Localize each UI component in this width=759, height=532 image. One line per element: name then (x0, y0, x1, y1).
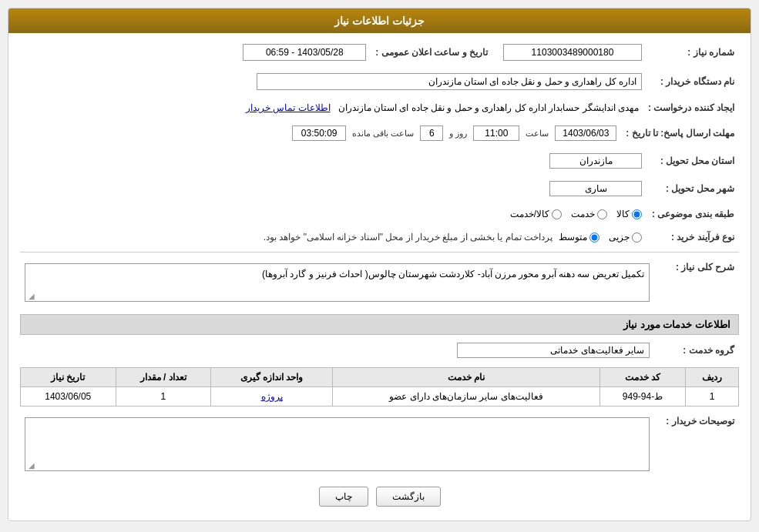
mohlat-label: مهلت ارسال پاسخ: تا تاریخ : (621, 122, 739, 144)
col-naam: نام خدمت (333, 368, 600, 387)
tosifat-resize[interactable]: ◢ (27, 461, 35, 469)
row-shomareNiaz: شماره نیاز : 1103003489000180 تاریخ و سا… (20, 41, 739, 64)
cell-naam: فعالیت‌های سایر سازمان‌های دارای عضو (333, 387, 600, 407)
col-tedad: تعداد / مقدار (116, 368, 210, 387)
shahr-value: ساری (20, 178, 646, 199)
page-header: جزئیات اطلاعات نیاز (8, 8, 751, 33)
ijadKonande-link[interactable]: اطلاعات تماس خریدار (246, 102, 331, 113)
col-radif: ردیف (686, 368, 739, 387)
tabaqe-radio-kala[interactable] (632, 209, 642, 219)
grohe-khadamat-input: سایر فعالیت‌های خدماتی (457, 343, 650, 358)
noeFarayand-row: جزیی متوسط پرداخت تمام یا بخشی از مبلغ خ… (25, 232, 642, 243)
tabaqe-radio-group: کالا خدمت کالا/خدمت (25, 209, 642, 219)
tosifat-value: ◢ (20, 411, 654, 477)
mohlat-date: 1403/06/03 (555, 125, 616, 141)
cell-tarikh: 1403/06/05 (21, 387, 116, 407)
cell-vahed[interactable]: پروژه (210, 387, 332, 407)
noeFarayand-option-motevaset[interactable]: متوسط (559, 232, 599, 243)
namDastgah-value: اداره کل راهداری و حمل و نقل جاده ای است… (20, 70, 646, 93)
back-button[interactable]: بازگشت (376, 487, 441, 507)
noeFarayand-content: جزیی متوسط پرداخت تمام یا بخشی از مبلغ خ… (20, 229, 646, 246)
tarikh-input: 1403/05/28 - 06:59 (243, 44, 366, 61)
noeFarayand-radio-jozi[interactable] (632, 233, 642, 243)
main-card: جزئیات اطلاعات نیاز شماره نیاز : 1103003… (8, 8, 751, 521)
tarikh-label: تاریخ و ساعت اعلان عمومی : (371, 41, 492, 64)
cell-radif: 1 (686, 387, 739, 407)
card-body: شماره نیاز : 1103003489000180 تاریخ و سا… (8, 33, 751, 520)
row-tosifat: توصیحات خریدار : ◢ (20, 411, 739, 477)
print-button[interactable]: چاپ (319, 487, 368, 507)
services-table: ردیف کد خدمت نام خدمت واحد اندازه گیری ت… (20, 367, 739, 407)
row-grohe-khadamat: گروه خدمت : سایر فعالیت‌های خدماتی (20, 340, 739, 361)
tabaqe-label-khadamat: خدمت (571, 209, 595, 219)
cell-kod: ط-94-949 (599, 387, 685, 407)
page-wrapper: جزئیات اطلاعات نیاز شماره نیاز : 1103003… (0, 0, 759, 532)
row-tabaqe: طبقه بندی موضوعی : کالا خدمت (20, 206, 739, 223)
ijadKonande-creator: مهدی اندایشگر حسابدار اداره کل راهداری و… (338, 102, 639, 113)
namDastgah-input: اداره کل راهداری و حمل و نقل جاده ای است… (257, 73, 642, 90)
sharh-box: تکمیل تعریض سه دهنه آبرو محور مرزن آباد-… (25, 263, 650, 302)
noeFarayand-label-motevaset: متوسط (559, 232, 587, 243)
mohlat-remaining: 03:50:09 (292, 125, 346, 141)
grohe-khadamat-label: گروه خدمت : (654, 340, 739, 361)
row-namDastgah: نام دستگاه خریدار : اداره کل راهداری و ح… (20, 70, 739, 93)
sharh-value: تکمیل تعریض سه دهنه آبرو محور مرزن آباد-… (20, 257, 654, 308)
ostan-value: مازندران (20, 150, 646, 172)
mohlat-time-label: ساعت (526, 129, 549, 139)
row-noeFarayand: نوع فرآیند خرید : جزیی متوسط (20, 229, 739, 246)
khadamat-section-title: اطلاعات خدمات مورد نیاز (20, 314, 739, 335)
tabaqe-label-kala: کالا (616, 209, 630, 219)
noeFarayand-radio-motevaset[interactable] (589, 233, 599, 243)
noeFarayand-note: پرداخت تمام یا بخشی از مبلغ خریدار از مح… (264, 232, 552, 243)
tabaqe-radio-khadamat[interactable] (597, 209, 607, 219)
tabaqe-option-kala[interactable]: کالا (616, 209, 642, 219)
row-sharh: شرح کلی نیاز : تکمیل تعریض سه دهنه آبرو … (20, 257, 739, 308)
shahr-label: شهر محل تحویل : (646, 178, 739, 199)
row-shahr: شهر محل تحویل : ساری (20, 178, 739, 199)
col-tarikh: تاریخ نیاز (21, 368, 116, 387)
row-ostan: استان محل تحویل : مازندران (20, 150, 739, 172)
ijadKonande-value: مهدی اندایشگر حسابدار اداره کل راهداری و… (20, 99, 643, 116)
noeFarayand-radio-group: جزیی متوسط (559, 232, 642, 243)
shomareNiaz-value: 1103003489000180 (492, 41, 646, 64)
sharh-label: شرح کلی نیاز : (654, 257, 739, 308)
shahr-input: ساری (549, 181, 642, 196)
tabaqe-options: کالا خدمت کالا/خدمت (20, 206, 646, 223)
tosifat-label: توصیحات خریدار : (654, 411, 739, 477)
tosifat-box: ◢ (25, 417, 650, 471)
mohlat-row: 1403/06/03 ساعت 11:00 روز و 6 ساعت باقی … (25, 125, 616, 141)
divider-1 (20, 252, 739, 253)
col-kod: کد خدمت (599, 368, 685, 387)
button-row: بازگشت چاپ (20, 487, 739, 507)
mohlat-roz: 6 (420, 125, 443, 141)
mohlat-remaining-label: ساعت باقی مانده (352, 129, 414, 139)
namDastgah-label: نام دستگاه خریدار : (646, 70, 739, 93)
noeFarayand-option-jozi[interactable]: جزیی (609, 232, 642, 243)
noeFarayand-label: نوع فرآیند خرید : (646, 229, 739, 246)
cell-tedad: 1 (116, 387, 210, 407)
page-title: جزئیات اطلاعات نیاز (334, 15, 425, 27)
sharh-text: تکمیل تعریض سه دهنه آبرو محور مرزن آباد-… (262, 269, 644, 279)
shomareNiaz-input: 1103003489000180 (503, 44, 642, 61)
tabaqe-label-kala-khadamat: کالا/خدمت (510, 209, 549, 219)
ostan-input: مازندران (549, 153, 642, 169)
mohlat-roz-label: روز و (449, 129, 467, 139)
row-ijadKonande: ایجاد کننده درخواست : مهدی اندایشگر حساب… (20, 99, 739, 116)
tabaqe-radio-kala-khadamat[interactable] (552, 209, 562, 219)
tabaqe-label: طبقه بندی موضوعی : (646, 206, 739, 223)
sharh-resize[interactable]: ◢ (27, 292, 35, 299)
noeFarayand-label-jozi: جزیی (609, 232, 630, 243)
mohlat-content: 1403/06/03 ساعت 11:00 روز و 6 ساعت باقی … (20, 122, 621, 144)
shomareNiaz-label: شماره نیاز : (646, 41, 739, 64)
ijadKonande-label: ایجاد کننده درخواست : (643, 99, 739, 116)
tarikh-value: 1403/05/28 - 06:59 (20, 41, 371, 64)
ostan-label: استان محل تحویل : (646, 150, 739, 172)
tabaqe-option-kala-khadamat[interactable]: کالا/خدمت (510, 209, 562, 219)
tabaqe-option-khadamat[interactable]: خدمت (571, 209, 607, 219)
col-vahed: واحد اندازه گیری (210, 368, 332, 387)
grohe-khadamat-value: سایر فعالیت‌های خدماتی (20, 340, 654, 361)
mohlat-time: 11:00 (473, 125, 519, 141)
row-mohlat: مهلت ارسال پاسخ: تا تاریخ : 1403/06/03 س… (20, 122, 739, 144)
table-row: 1 ط-94-949 فعالیت‌های سایر سازمان‌های دا… (21, 387, 739, 407)
